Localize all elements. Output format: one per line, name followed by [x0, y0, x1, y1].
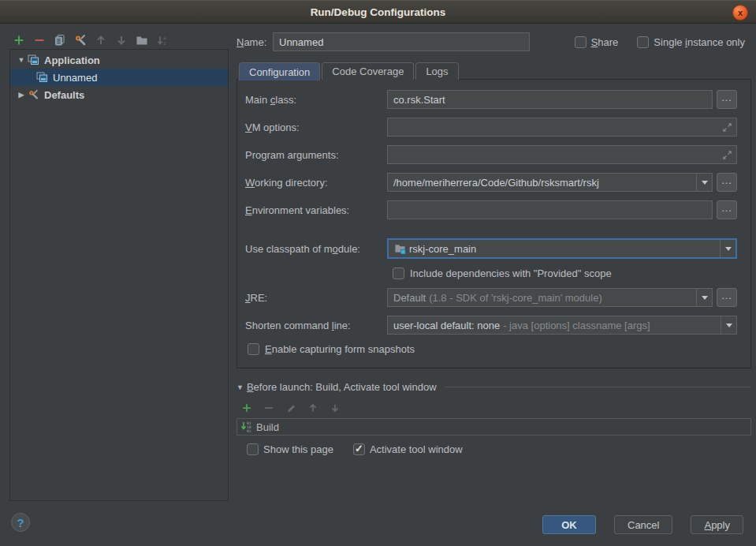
- single-instance-checkbox[interactable]: [637, 36, 649, 48]
- activate-tool-window-checkbox[interactable]: [353, 443, 365, 455]
- add-icon[interactable]: [240, 402, 253, 414]
- configuration-panel: Main class: co.rsk.Start ... VM options:: [236, 79, 751, 368]
- capture-snapshots-checkbox[interactable]: [248, 343, 259, 355]
- share-checkbox[interactable]: [575, 36, 587, 48]
- apply-button[interactable]: Apply: [691, 515, 743, 534]
- include-provided-checkbox[interactable]: [393, 267, 404, 279]
- shorten-command-line-combo[interactable]: user-local default: none - java [options…: [387, 316, 737, 335]
- remove-icon[interactable]: [33, 34, 46, 47]
- copy-icon[interactable]: [54, 34, 66, 47]
- divider: [445, 387, 751, 387]
- before-launch-section: ▼ Before launch: Build, Activate tool wi…: [236, 381, 751, 455]
- name-input[interactable]: Unnamed: [273, 32, 530, 51]
- chevron-down-icon[interactable]: ▼: [236, 383, 244, 391]
- sidebar-toolbar: az: [0, 24, 230, 49]
- use-classpath-label: Use classpath of module:: [245, 243, 387, 255]
- chevron-right-icon[interactable]: ▶: [17, 91, 26, 99]
- svg-text:z: z: [163, 40, 166, 46]
- environment-variables-label: Environment variables:: [245, 204, 387, 216]
- expand-field-icon[interactable]: [722, 122, 732, 135]
- build-icon: 01 10 01: [240, 421, 253, 433]
- sort-alpha-icon[interactable]: az: [156, 34, 169, 47]
- single-instance-label: Single instance only: [654, 36, 745, 48]
- task-item-build[interactable]: Build: [256, 421, 279, 433]
- jre-browse-button[interactable]: ...: [717, 288, 737, 307]
- combo-arrow-icon[interactable]: [721, 316, 736, 334]
- module-icon: [394, 243, 406, 254]
- main-content: Name: Unnamed Share Single instance only…: [236, 24, 751, 455]
- include-provided-row: Include dependencies with "Provided" sco…: [393, 267, 737, 279]
- environment-variables-input[interactable]: [387, 200, 713, 219]
- tab-logs[interactable]: Logs: [415, 62, 458, 80]
- tab-configuration[interactable]: Configuration: [239, 62, 320, 80]
- add-icon[interactable]: [13, 34, 25, 47]
- use-classpath-row: Use classpath of module: rskj-core_main: [245, 238, 737, 259]
- pencil-icon[interactable]: [285, 402, 297, 414]
- title-bar: Run/Debug Configurations x: [0, 0, 756, 24]
- application-icon: [28, 54, 40, 65]
- move-up-icon[interactable]: [95, 34, 107, 47]
- tab-code-coverage[interactable]: Code Coverage: [322, 62, 414, 80]
- header-checkboxes: Share Single instance only: [575, 36, 751, 48]
- ok-button[interactable]: OK: [542, 515, 596, 534]
- close-button[interactable]: x: [732, 5, 748, 21]
- program-arguments-row: Program arguments:: [245, 145, 737, 164]
- expand-field-icon[interactable]: [722, 150, 732, 163]
- environment-variables-row: Environment variables: ...: [245, 200, 737, 219]
- tree-item-label: Application: [44, 54, 100, 66]
- use-classpath-combo[interactable]: rskj-core_main: [387, 238, 737, 259]
- application-icon: [36, 72, 49, 83]
- folder-icon[interactable]: [136, 34, 148, 47]
- tree-item-label: Unnamed: [53, 72, 97, 84]
- jre-combo[interactable]: Default (1.8 - SDK of 'rskj-core_main' m…: [387, 288, 713, 307]
- svg-text:01: 01: [247, 429, 251, 433]
- wrench-icon: [28, 89, 40, 100]
- capture-snapshots-label: Enable capturing form snapshots: [265, 343, 415, 355]
- vm-options-input[interactable]: [387, 118, 737, 136]
- tab-bar: Configuration Code Coverage Logs: [236, 62, 751, 80]
- jre-label: JRE:: [245, 292, 387, 304]
- svg-text:a: a: [163, 34, 166, 39]
- name-row: Name: Unnamed Share Single instance only: [236, 32, 751, 51]
- vm-options-row: VM options:: [245, 118, 737, 136]
- cancel-button[interactable]: Cancel: [614, 515, 672, 534]
- combo-arrow-icon[interactable]: [696, 174, 712, 191]
- help-button[interactable]: ?: [11, 513, 30, 532]
- chevron-down-icon[interactable]: ▼: [17, 56, 26, 64]
- tree-item-application[interactable]: ▼ Application: [10, 51, 228, 69]
- shorten-command-line-row: Shorten command line: user-local default…: [245, 316, 737, 335]
- combo-arrow-icon[interactable]: [696, 289, 712, 306]
- main-class-browse-button[interactable]: ...: [717, 90, 737, 109]
- vm-options-label: VM options:: [245, 122, 387, 133]
- before-launch-task-list: 01 10 01 Build: [236, 418, 751, 436]
- footer: ? OK Cancel Apply: [0, 508, 756, 546]
- combo-arrow-icon[interactable]: [720, 240, 736, 257]
- move-down-icon[interactable]: [329, 402, 341, 414]
- move-up-icon[interactable]: [307, 402, 319, 414]
- main-class-label: Main class:: [245, 94, 387, 106]
- program-arguments-input[interactable]: [387, 145, 737, 164]
- remove-icon[interactable]: [263, 402, 275, 414]
- show-this-page-checkbox[interactable]: [247, 443, 259, 455]
- edit-defaults-wrench-icon[interactable]: [74, 34, 87, 47]
- environment-variables-browse-button[interactable]: ...: [717, 200, 737, 219]
- name-value: Unnamed: [279, 36, 323, 48]
- tree-item-defaults[interactable]: ▶ Defaults: [10, 86, 228, 103]
- run-debug-configurations-dialog: { "window": { "title": "Run/Debug Config…: [0, 0, 756, 546]
- sidebar: az ▼ Application Unnamed ▶ Defaults: [0, 24, 230, 546]
- tree-item-unnamed[interactable]: Unnamed: [10, 69, 228, 86]
- main-class-input[interactable]: co.rsk.Start: [387, 90, 713, 109]
- window-title: Run/Debug Configurations: [311, 6, 446, 18]
- program-arguments-label: Program arguments:: [245, 149, 387, 161]
- tree-item-label: Defaults: [44, 89, 84, 101]
- activate-tool-window-label: Activate tool window: [370, 443, 463, 455]
- show-this-page-label: Show this page: [263, 443, 333, 455]
- working-directory-label: Working directory:: [245, 177, 387, 189]
- working-directory-combo[interactable]: /home/meriherrera/Code/Github/rsksmart/r…: [387, 173, 713, 192]
- help-icon: ?: [17, 516, 24, 529]
- move-down-icon[interactable]: [115, 34, 128, 47]
- configurations-tree: ▼ Application Unnamed ▶ Defaults: [9, 49, 229, 501]
- before-launch-title: Before launch: Build, Activate tool wind…: [247, 381, 437, 393]
- include-provided-label: Include dependencies with "Provided" sco…: [410, 267, 612, 279]
- working-directory-browse-button[interactable]: ...: [717, 173, 737, 192]
